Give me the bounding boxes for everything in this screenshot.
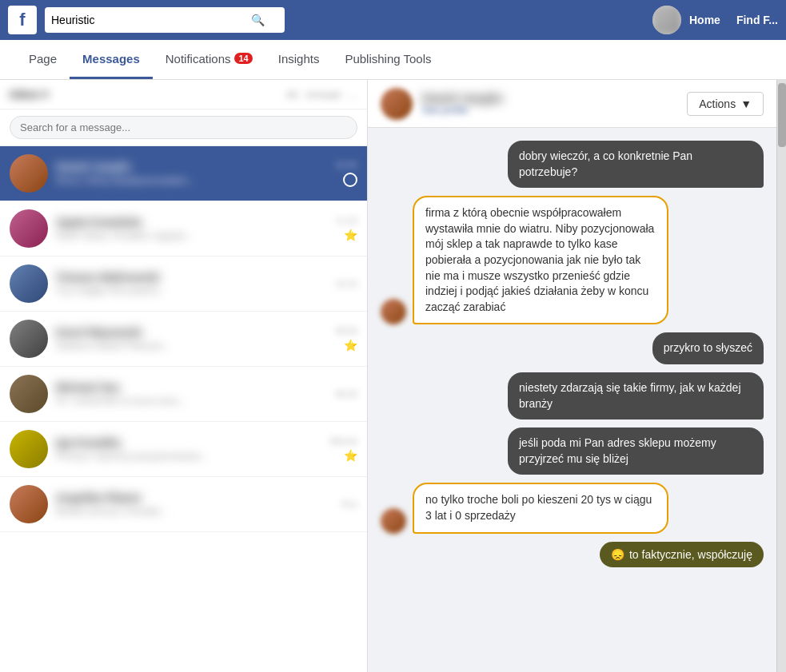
message-bubble: firma z którą obecnie współpracowałem wy… bbox=[413, 196, 668, 324]
conversation-meta: 10:15 bbox=[335, 279, 357, 288]
list-item[interactable]: Dawid Jangilo firma z którą współpracowa… bbox=[0, 146, 367, 201]
conversation-name: Tomasz Malinowski bbox=[56, 271, 327, 284]
conversation-info: Iga Kowalka Proszę o wycenę pozycjonowan… bbox=[56, 436, 321, 462]
conversation-time: Wtorek bbox=[329, 436, 357, 446]
conversation-info: Karol Wąsowski Świetna robota! Polecam..… bbox=[56, 326, 327, 352]
conversation-info: Angelika Pławer Bardzo proszę o kontakt.… bbox=[56, 491, 333, 517]
message-bubble: niestety zdarzają się takie firmy, jak w… bbox=[508, 372, 764, 420]
conversation-meta: 08:30 bbox=[335, 389, 357, 399]
chat-area: Dawid Jangilo See profile Actions ▼ dobr… bbox=[368, 80, 776, 672]
notifications-badge: 14 bbox=[234, 53, 252, 64]
star-icon: ⭐ bbox=[344, 339, 357, 352]
tab-notifications[interactable]: Notifications 14 bbox=[153, 40, 265, 79]
sidebar-header: Inbox ▾ All · Unread · ... bbox=[0, 80, 367, 109]
conversation-meta: Wtorek ⭐ bbox=[329, 436, 357, 462]
chevron-down-icon: ▼ bbox=[740, 97, 752, 110]
message-row: dobry wieczór, a co konkretnie Pan potrz… bbox=[381, 141, 764, 188]
message-bubble: no tylko troche boli po kieszeni 20 tys … bbox=[413, 483, 668, 533]
conversation-name: Michael Sax bbox=[56, 381, 327, 394]
search-bar[interactable]: 🔍 bbox=[45, 7, 285, 33]
messages-container: dobry wieczór, a co konkretnie Pan potrz… bbox=[368, 128, 776, 672]
avatar bbox=[10, 154, 48, 193]
conversation-meta: Pon bbox=[341, 499, 357, 509]
conversation-sidebar: Inbox ▾ All · Unread · ... Dawid Jangilo… bbox=[0, 80, 368, 672]
actions-button[interactable]: Actions ▼ bbox=[687, 92, 764, 116]
tab-insights[interactable]: Insights bbox=[265, 40, 333, 79]
conversation-meta: 12:41 bbox=[335, 160, 357, 187]
list-item[interactable]: Michael Sax Hi, I would like to know mor… bbox=[0, 367, 367, 422]
search-input[interactable] bbox=[51, 14, 251, 26]
tab-messages[interactable]: Messages bbox=[70, 40, 153, 79]
message-text: firma z którą obecnie współpracowałem wy… bbox=[425, 206, 654, 313]
search-conversations[interactable] bbox=[0, 109, 367, 146]
main-content: Inbox ▾ All · Unread · ... Dawid Jangilo… bbox=[0, 80, 786, 672]
avatar bbox=[10, 209, 48, 248]
tab-notifications-label: Notifications bbox=[166, 52, 231, 66]
message-text: no tylko troche boli po kieszeni 20 tys … bbox=[425, 493, 652, 522]
list-item[interactable]: Karol Wąsowski Świetna robota! Polecam..… bbox=[0, 312, 367, 367]
search-icon: 🔍 bbox=[251, 14, 265, 26]
chat-user-avatar bbox=[381, 88, 413, 120]
emoji-icon: 😞 bbox=[611, 548, 624, 561]
message-text: dobry wieczór, a co konkretnie Pan potrz… bbox=[519, 149, 692, 178]
message-row: 😞 to faktycznie, współczuję bbox=[381, 542, 764, 567]
message-row: jeśli poda mi Pan adres sklepu możemy pr… bbox=[381, 427, 764, 475]
avatar bbox=[10, 485, 48, 523]
conversation-preview: Bardzo proszę o kontakt... bbox=[56, 506, 333, 517]
avatar bbox=[381, 299, 406, 324]
message-text: niestety zdarzają się takie firmy, jak w… bbox=[519, 381, 741, 410]
scrollbar-thumb[interactable] bbox=[778, 83, 786, 147]
conversation-preview: Hi, I would like to know more... bbox=[56, 396, 327, 407]
scrollbar[interactable] bbox=[776, 80, 786, 672]
list-item[interactable]: Iga Kowalka Proszę o wycenę pozycjonowan… bbox=[0, 422, 367, 477]
avatar bbox=[10, 375, 48, 413]
conversation-time: 11:22 bbox=[335, 216, 357, 225]
conversation-meta: 09:50 ⭐ bbox=[335, 326, 357, 352]
tab-page[interactable]: Page bbox=[16, 40, 70, 79]
chat-user-subtitle[interactable]: See profile bbox=[422, 105, 677, 116]
actions-label: Actions bbox=[699, 97, 736, 110]
conversation-name: Dawid Jangilo bbox=[56, 161, 327, 173]
nav-find-link[interactable]: Find F... bbox=[736, 14, 778, 26]
conversation-time: 12:41 bbox=[335, 160, 357, 169]
message-bubble: dobry wieczór, a co konkretnie Pan potrz… bbox=[508, 141, 764, 188]
tab-publishing-tools[interactable]: Publishing Tools bbox=[332, 40, 444, 79]
sidebar-count: All · Unread · ... bbox=[285, 89, 357, 101]
chat-user-name: Dawid Jangilo bbox=[422, 91, 677, 105]
conversation-preview: Świetna robota! Polecam... bbox=[56, 340, 327, 352]
avatar bbox=[10, 264, 48, 303]
list-item[interactable]: Tomasz Malinowski Czy mógłby Pan polecić… bbox=[0, 256, 367, 312]
logo-letter: f bbox=[19, 10, 25, 30]
sidebar-title: Inbox ▾ bbox=[10, 88, 48, 101]
conversation-name: Angelika Pławer bbox=[56, 491, 333, 504]
tab-bar: Page Messages Notifications 14 Insights … bbox=[0, 40, 786, 80]
message-text: jeśli poda mi Pan adres sklepu możemy pr… bbox=[519, 436, 716, 465]
message-row: przykro to słyszeć bbox=[381, 332, 764, 364]
check-circle bbox=[343, 173, 357, 187]
conversation-time: 10:15 bbox=[335, 279, 357, 288]
list-item[interactable]: Agata Kowalska Dzień dobry, chciałam zap… bbox=[0, 201, 367, 256]
message-row: niestety zdarzają się takie firmy, jak w… bbox=[381, 372, 764, 420]
avatar bbox=[381, 508, 406, 534]
conversation-time: 08:30 bbox=[335, 389, 357, 399]
conversation-preview: firma z którą współpracowałem... bbox=[56, 175, 327, 186]
chat-user-info: Dawid Jangilo See profile bbox=[422, 91, 677, 116]
message-bubble: przykro to słyszeć bbox=[652, 332, 764, 364]
star-icon: ⭐ bbox=[344, 449, 357, 462]
conversation-preview: Dzień dobry, chciałam zapytać... bbox=[56, 230, 327, 241]
avatar[interactable] bbox=[652, 6, 681, 34]
conversation-name: Agata Kowalska bbox=[56, 216, 327, 229]
conversation-meta: 11:22 ⭐ bbox=[335, 216, 357, 241]
search-conv-input[interactable] bbox=[10, 116, 357, 139]
message-text: to faktycznie, współczuję bbox=[629, 548, 752, 561]
message-text: przykro to słyszeć bbox=[664, 341, 752, 354]
list-item[interactable]: Angelika Pławer Bardzo proszę o kontakt.… bbox=[0, 477, 367, 532]
conversation-info: Tomasz Malinowski Czy mógłby Pan polecić… bbox=[56, 271, 327, 296]
nav-home-link[interactable]: Home bbox=[689, 14, 720, 26]
conversation-preview: Czy mógłby Pan polecić... bbox=[56, 285, 327, 296]
conversation-name: Iga Kowalka bbox=[56, 436, 321, 449]
nav-links: Home Find F... bbox=[689, 14, 778, 26]
conversation-name: Karol Wąsowski bbox=[56, 326, 327, 339]
conversation-list: Dawid Jangilo firma z którą współpracowa… bbox=[0, 146, 367, 672]
chat-header: Dawid Jangilo See profile Actions ▼ bbox=[368, 80, 776, 128]
